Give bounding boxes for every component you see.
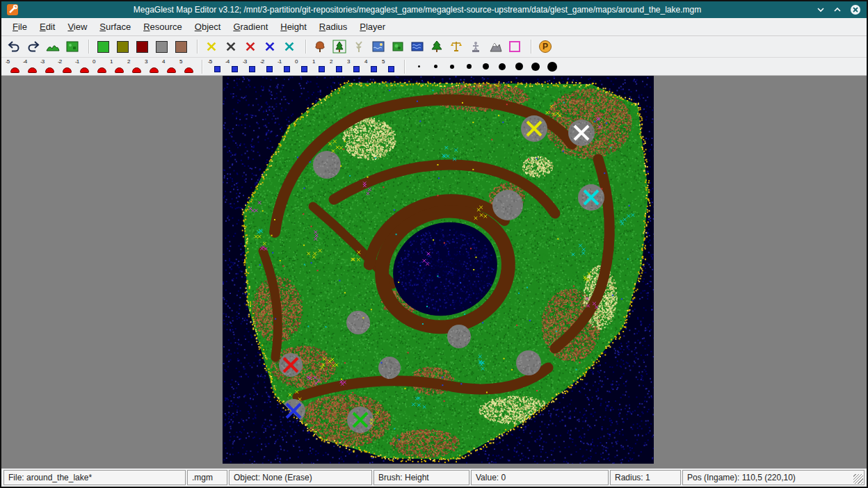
menu-edit[interactable]: Edit [34, 19, 61, 34]
status-position: Pos (Ingame): 110,5 (220,10) [682, 470, 865, 485]
player-brush-icon: P [539, 40, 552, 53]
red-mound-icon [115, 67, 124, 73]
object-autumn-tree-button[interactable] [312, 38, 328, 55]
undo-button[interactable] [6, 38, 22, 55]
menu-file[interactable]: File [7, 19, 33, 34]
surface-secondary-grass-button[interactable] [114, 38, 131, 55]
height-red-3[interactable]: 3 [145, 59, 160, 74]
menu-gradient[interactable]: Gradient [227, 19, 273, 34]
object-statue-button[interactable] [467, 38, 484, 55]
map-canvas[interactable] [223, 76, 654, 464]
surface-ground-button[interactable] [172, 38, 189, 55]
surface-grass-button[interactable] [95, 38, 111, 55]
blue-square-icon [319, 66, 325, 72]
height-red-1[interactable]: 1 [110, 59, 125, 74]
radius-8[interactable] [527, 58, 544, 75]
gradient-blue-3[interactable]: 3 [347, 59, 362, 74]
height-red-0[interactable]: 0 [93, 59, 108, 74]
map-viewport[interactable] [1, 76, 867, 469]
toolbar-separator [197, 40, 198, 54]
radius-dot-icon [499, 63, 506, 70]
resource-custom1-button[interactable] [242, 38, 259, 55]
menu-height[interactable]: Height [275, 19, 312, 34]
close-button[interactable] [850, 4, 861, 15]
resource-custom2-button[interactable] [262, 38, 278, 55]
gradient-blue--2[interactable]: -2 [260, 59, 275, 74]
gradient-blue--5[interactable]: -5 [208, 59, 223, 74]
blue-square-icon [284, 66, 290, 72]
object-bush-button[interactable] [389, 38, 406, 55]
radius-7[interactable] [511, 58, 527, 75]
app-window: MegaGlest Map Editor v3.12; /mnt/3-parti… [0, 0, 868, 488]
resource-gold-button[interactable] [203, 38, 220, 55]
height-red-5[interactable]: 5 [179, 59, 195, 74]
radius-3[interactable] [444, 58, 460, 75]
surface-stone-icon [156, 41, 168, 53]
blue-square-icon [232, 66, 238, 72]
height-red--5[interactable]: -5 [6, 59, 21, 74]
window-title: MegaGlest Map Editor v3.12; /mnt/3-parti… [18, 5, 817, 15]
red-mound-icon [63, 67, 72, 73]
object-dead-tree-button[interactable] [351, 38, 367, 55]
blue-square-icon [214, 66, 220, 72]
radius-4[interactable] [460, 58, 477, 75]
radius-1[interactable] [410, 58, 427, 75]
status-value: Value: 0 [471, 470, 609, 485]
menu-surface[interactable]: Surface [94, 19, 136, 34]
radius-dot-icon [450, 65, 454, 69]
radius-dot-icon [547, 62, 557, 72]
menu-radius[interactable]: Radius [314, 19, 353, 34]
terrain-texture-button[interactable] [64, 38, 81, 55]
object-water-object-button[interactable] [370, 38, 387, 55]
gradient-blue-5[interactable]: 5 [382, 59, 397, 74]
gradient-blue--4[interactable]: -4 [225, 59, 241, 74]
status-extension: .mgm [187, 470, 227, 485]
radius-group [410, 58, 561, 75]
menu-player[interactable]: Player [354, 19, 391, 34]
radius-dot-icon [483, 63, 489, 70]
menu-object[interactable]: Object [189, 19, 227, 34]
redo-button[interactable] [25, 38, 42, 55]
height-red--3[interactable]: -3 [40, 59, 56, 74]
radius-6[interactable] [494, 58, 511, 75]
height-red-2[interactable]: 2 [127, 59, 143, 74]
gradient-blue--3[interactable]: -3 [243, 59, 258, 74]
red-mound-icon [167, 67, 176, 73]
object-water-button[interactable] [409, 38, 426, 55]
gradient-blue-4[interactable]: 4 [364, 59, 380, 74]
height-red--2[interactable]: -2 [58, 59, 73, 74]
player-brush-button[interactable]: P [537, 38, 554, 55]
height-red-4[interactable]: 4 [162, 59, 177, 74]
gradient-blue--1[interactable]: -1 [278, 59, 293, 74]
minimize-button[interactable] [817, 6, 825, 14]
height-red-group: -5-4-3-2-1012345 [6, 59, 197, 74]
object-tree-button[interactable] [331, 38, 348, 55]
toolbar-separator [404, 60, 405, 74]
maximize-button[interactable] [833, 6, 842, 14]
object-big-tree-button[interactable] [428, 38, 445, 55]
gradient-blue-1[interactable]: 1 [312, 59, 328, 74]
app-icon [7, 4, 18, 15]
radius-9[interactable] [544, 58, 561, 75]
menu-view[interactable]: View [62, 19, 93, 34]
object-mountain-button[interactable] [487, 38, 504, 55]
height-red--1[interactable]: -1 [75, 59, 90, 74]
object-scales-button[interactable] [448, 38, 465, 55]
radius-dot-icon [434, 65, 437, 68]
resize-grip[interactable] [853, 474, 863, 484]
radius-2[interactable] [427, 58, 444, 75]
main-toolbar: P [1, 36, 867, 58]
menu-resource[interactable]: Resource [138, 19, 188, 34]
object-blocking-button[interactable] [506, 38, 523, 55]
surface-road-button[interactable] [134, 38, 150, 55]
resource-stone-button[interactable] [223, 38, 239, 55]
surface-stone-button[interactable] [153, 38, 170, 55]
water-icon [410, 40, 424, 54]
radius-5[interactable] [477, 58, 494, 75]
gradient-blue-2[interactable]: 2 [330, 59, 345, 74]
radius-dot-icon [515, 63, 523, 70]
resource-custom3-button[interactable] [281, 38, 298, 55]
gradient-blue-0[interactable]: 0 [295, 59, 310, 74]
height-red--4[interactable]: -4 [23, 59, 38, 74]
terrain-hill-button[interactable] [45, 38, 61, 55]
